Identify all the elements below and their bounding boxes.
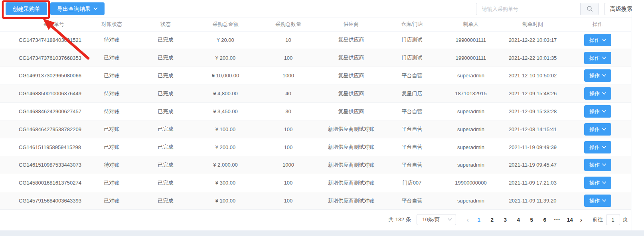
cell-status: 已完成 <box>138 67 194 85</box>
total-count-label: 共 132 条 <box>388 216 411 223</box>
cell-store: 平台自营 <box>383 156 441 174</box>
column-header-1: 采购单号 <box>0 18 86 31</box>
chevron-down-icon <box>602 74 606 77</box>
cell-order-no: CG1468464279538782209 <box>0 120 86 138</box>
cell-created-time: 2021-12-09 15:48:26 <box>501 85 565 102</box>
cell-reconciliation-status: 已对账 <box>86 120 138 138</box>
row-action-label: 操作 <box>589 162 600 167</box>
row-action-label: 操作 <box>589 180 600 185</box>
row-action-button[interactable]: 操作 <box>584 177 611 189</box>
cell-store: 门店测试 <box>383 31 441 49</box>
row-action-label: 操作 <box>589 145 600 150</box>
cell-total-quantity: 40 <box>257 85 319 102</box>
chevron-down-icon <box>602 39 606 41</box>
cell-status: 已完成 <box>138 120 194 138</box>
vertical-scrollbar-gutter[interactable] <box>632 0 644 230</box>
cell-reconciliation-status: 已对账 <box>86 49 138 67</box>
cell-created-time: 2021-12-08 14:15:41 <box>501 120 565 138</box>
cell-reconciliation-status: 已对账 <box>86 138 138 156</box>
cell-supplier: 复星供应商 <box>319 31 383 49</box>
cell-creator: superadmin <box>441 67 501 85</box>
cell-store: 门店测试 <box>383 49 441 67</box>
cell-order-no: CG1473474188403691521 <box>0 31 86 49</box>
cell-created-time: 2021-11-19 09:45:47 <box>501 156 565 174</box>
chevron-down-icon <box>602 181 606 184</box>
export-results-button[interactable]: 导出查询结果 <box>50 2 105 15</box>
prev-page-button[interactable]: ‹ <box>463 216 472 223</box>
cell-total-quantity: 10 <box>257 31 319 49</box>
cell-total-amount: ¥ 20.00 <box>194 31 257 49</box>
page-button-5[interactable]: 5 <box>525 214 538 225</box>
search-button[interactable] <box>580 3 599 15</box>
cell-creator: superadmin <box>441 138 501 156</box>
table-row: CG1461511958959415298 已对账 已完成 ¥ 200.00 1… <box>0 138 631 156</box>
row-action-label: 操作 <box>589 198 600 203</box>
row-action-button[interactable]: 操作 <box>584 159 611 171</box>
page-button-6[interactable]: 6 <box>538 214 551 225</box>
cell-total-amount: ¥ 300.00 <box>194 174 257 192</box>
cell-creator: superadmin <box>441 156 501 174</box>
page-button-1[interactable]: 1 <box>472 214 486 225</box>
row-action-button[interactable]: 操作 <box>584 123 611 136</box>
cell-created-time: 2021-12-09 15:33:28 <box>501 102 565 120</box>
cell-status: 已完成 <box>138 102 194 120</box>
table-row: CG1469137302965080066 已对账 已完成 ¥ 10,000.0… <box>0 67 631 85</box>
cell-reconciliation-status: 已对账 <box>86 67 138 85</box>
chevron-down-icon <box>93 7 98 10</box>
next-page-button[interactable]: › <box>577 216 586 223</box>
cell-store: 平台自营 <box>383 138 441 156</box>
cell-creator: 19900001111 <box>441 31 501 49</box>
column-header-2: 对账状态 <box>86 18 138 31</box>
chevron-down-icon <box>602 146 606 149</box>
cell-total-quantity: 30 <box>257 102 319 120</box>
cell-reconciliation-status: 已对账 <box>86 174 138 192</box>
chevron-down-icon <box>602 199 606 202</box>
page-button-4[interactable]: 4 <box>512 214 525 225</box>
create-purchase-order-button[interactable]: 创建采购单 <box>6 2 47 15</box>
cell-status: 已完成 <box>138 31 194 49</box>
column-header-6: 供应商 <box>319 18 383 31</box>
row-action-label: 操作 <box>589 73 600 78</box>
pagination-bar: 共 132 条 10条/页 ‹ 123456 ••• 14 › 前往 页 <box>0 210 644 230</box>
cell-reconciliation-status: 已对账 <box>86 192 138 210</box>
cell-supplier: 新增供应商测试对账 <box>319 138 383 156</box>
row-action-button[interactable]: 操作 <box>584 52 611 64</box>
cell-supplier: 复星供应商 <box>319 85 383 102</box>
pager-ellipsis[interactable]: ••• <box>551 218 563 222</box>
cell-reconciliation-status: 待对账 <box>86 156 138 174</box>
pager-pages: 123456 <box>472 214 551 225</box>
column-header-9: 制单时间 <box>501 18 565 31</box>
row-action-button[interactable]: 操作 <box>584 34 611 46</box>
row-action-button[interactable]: 操作 <box>584 87 611 100</box>
page-button-2[interactable]: 2 <box>486 214 499 225</box>
chevron-down-icon <box>448 218 452 221</box>
cell-creator: superadmin <box>441 192 501 210</box>
row-action-button[interactable]: 操作 <box>584 69 611 82</box>
cell-total-amount: ¥ 100.00 <box>194 192 257 210</box>
search-icon <box>587 6 593 12</box>
table-row: CG1473473761037668353 已对账 已完成 ¥ 200.00 1… <box>0 49 631 67</box>
cell-supplier: 新增供应商测试对账 <box>319 174 383 192</box>
row-action-button[interactable]: 操作 <box>584 195 611 207</box>
chevron-down-icon <box>602 92 606 95</box>
row-action-button[interactable]: 操作 <box>584 105 611 118</box>
search-input[interactable] <box>476 3 580 15</box>
page-button-3[interactable]: 3 <box>499 214 512 225</box>
cell-total-amount: ¥ 100.00 <box>194 120 257 138</box>
export-results-label: 导出查询结果 <box>57 6 91 12</box>
row-action-label: 操作 <box>589 127 600 132</box>
cell-total-amount: ¥ 200.00 <box>194 49 257 67</box>
cell-total-quantity: 100 <box>257 120 319 138</box>
goto-page-label: 前往 <box>593 216 603 223</box>
column-header-3: 状态 <box>138 18 194 31</box>
last-page-button[interactable]: 14 <box>563 214 577 225</box>
page-size-select[interactable]: 10条/页 <box>417 214 456 225</box>
chevron-down-icon <box>602 163 606 166</box>
goto-page-input[interactable] <box>606 214 620 225</box>
purchase-order-list-page: 创建采购单 导出查询结果 高级搜索 采购单号对账状态状态采购总金额采购总数量供应… <box>0 0 644 236</box>
cell-order-no: CG1469137302965080066 <box>0 67 86 85</box>
row-action-button[interactable]: 操作 <box>584 141 611 153</box>
cell-creator: 18710132915 <box>441 85 501 102</box>
cell-total-quantity: 100 <box>257 138 319 156</box>
horizontal-scrollbar[interactable] <box>0 230 644 236</box>
